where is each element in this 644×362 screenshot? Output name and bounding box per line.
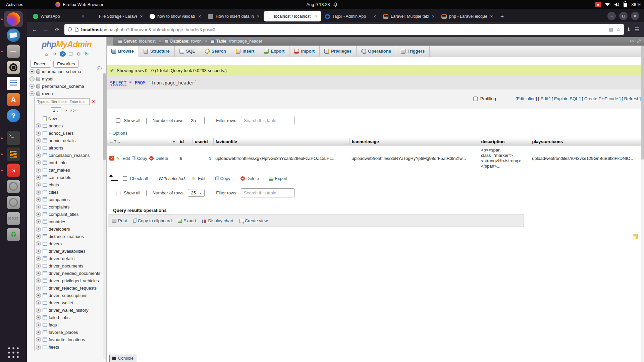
reload-button[interactable]: ⟳ bbox=[53, 26, 62, 33]
table-label[interactable]: adhocs bbox=[49, 123, 63, 128]
tree-table-row[interactable]: + airports bbox=[36, 144, 106, 152]
expand-plus-icon[interactable]: + bbox=[36, 271, 41, 276]
dock-item[interactable]: ♻ bbox=[4, 227, 23, 243]
home-icon[interactable]: ⌂ bbox=[44, 51, 50, 57]
db-label[interactable]: mysql bbox=[42, 76, 53, 81]
table-label[interactable]: driver_privileged_vehicles bbox=[49, 278, 99, 283]
expand-plus-icon[interactable]: + bbox=[36, 322, 41, 327]
expand-plus-icon[interactable]: + bbox=[36, 293, 41, 298]
pma-tab[interactable]: Triggers bbox=[396, 46, 430, 57]
query-tool-link[interactable]: Refresh bbox=[624, 96, 640, 101]
tree-table-row[interactable]: + cancellation_reasons bbox=[36, 152, 106, 159]
expand-plus-icon[interactable]: + bbox=[30, 84, 35, 89]
back-button[interactable]: ← bbox=[30, 26, 39, 33]
expand-plus-icon[interactable]: + bbox=[36, 345, 41, 350]
tree-table-row[interactable]: + fleets bbox=[36, 343, 106, 351]
tree-table-row[interactable]: + favourite_locations bbox=[36, 336, 106, 343]
table-label[interactable]: car_makes bbox=[49, 168, 70, 173]
expand-window-icon[interactable]: ⤢ bbox=[637, 39, 641, 44]
url-text[interactable]: localhost/pma/sql.php?db=rovon&table=fro… bbox=[81, 27, 606, 32]
new-table-label[interactable]: New bbox=[48, 116, 57, 121]
dock-item[interactable]: ? bbox=[4, 108, 23, 124]
expand-plus-icon[interactable]: + bbox=[36, 160, 41, 165]
tree-table-row[interactable]: + failed_jobs bbox=[36, 314, 106, 321]
browser-tab[interactable]: Laravel: Multiple table ✕ bbox=[380, 11, 438, 22]
query-tool-link[interactable]: Create PHP code bbox=[584, 96, 618, 101]
pma-tab[interactable]: Structure bbox=[139, 46, 175, 57]
table-label[interactable]: driver_availabilities bbox=[49, 249, 86, 254]
number-of-rows-select[interactable]: 25⌄ bbox=[188, 117, 205, 124]
check-all-link[interactable]: Check all bbox=[130, 176, 148, 181]
tree-db-row[interactable]: + information_schema bbox=[30, 68, 106, 75]
expand-plus-icon[interactable]: + bbox=[36, 234, 41, 239]
create-view-link[interactable]: Create view bbox=[239, 218, 268, 223]
pager-next[interactable]: > >> bbox=[65, 108, 76, 113]
sort-header-cell[interactable]: ←T→▼ bbox=[107, 138, 178, 145]
help-icon[interactable]: ? bbox=[60, 51, 66, 57]
breadcrumb-server[interactable]: Server: localhost bbox=[118, 39, 156, 44]
pma-tab[interactable]: Export bbox=[259, 46, 289, 57]
row-copy-link[interactable]: Copy bbox=[137, 156, 147, 161]
expand-plus-icon[interactable]: + bbox=[36, 204, 41, 209]
column-header[interactable]: bannerimage bbox=[350, 138, 479, 145]
tree-table-row[interactable]: + countries bbox=[36, 218, 106, 225]
bookmark-page-icon[interactable] bbox=[633, 234, 638, 239]
tree-table-row[interactable]: + card_info bbox=[36, 159, 106, 166]
db-label[interactable]: performance_schema bbox=[42, 84, 84, 89]
table-search-input[interactable] bbox=[241, 188, 294, 197]
selected-edit-action[interactable]: ✎Edit bbox=[192, 176, 205, 181]
expand-plus-icon[interactable]: + bbox=[36, 330, 41, 335]
tab-close-icon[interactable]: ✕ bbox=[489, 14, 494, 19]
pma-logo[interactable]: phpMyAdmin bbox=[27, 37, 106, 49]
dock-item[interactable]: SSD bbox=[4, 210, 23, 227]
table-label[interactable]: card_info bbox=[49, 160, 66, 165]
expand-plus-icon[interactable]: + bbox=[36, 300, 41, 305]
tree-table-row[interactable]: + complaint_titles bbox=[36, 210, 106, 218]
tab-close-icon[interactable]: ✕ bbox=[81, 14, 85, 19]
table-label[interactable]: faqs bbox=[49, 322, 57, 327]
expand-plus-icon[interactable]: + bbox=[36, 197, 41, 202]
browser-tab[interactable]: How to insert data in la ✕ bbox=[205, 11, 263, 22]
page-settings-gear-icon[interactable]: ⚙ bbox=[630, 39, 634, 44]
expand-plus-icon[interactable]: + bbox=[36, 190, 41, 195]
dock-item[interactable] bbox=[4, 43, 23, 59]
selected-export-action[interactable]: Export bbox=[269, 176, 287, 181]
close-button[interactable]: ✕ bbox=[631, 12, 639, 20]
system-tray[interactable]: ◆ 86 % bbox=[595, 2, 641, 7]
tree-table-row[interactable]: + chats bbox=[36, 181, 106, 188]
breadcrumb-database[interactable]: Database: rovon bbox=[165, 39, 202, 44]
tree-db-row[interactable]: + mysql bbox=[30, 75, 106, 82]
table-label[interactable]: favorite_places bbox=[49, 330, 78, 335]
sort-left-icon[interactable]: ← bbox=[109, 139, 114, 144]
browser-tab[interactable]: php - Laravel eloquent ✕ bbox=[439, 11, 496, 22]
nav-quick-button[interactable]: Favorites bbox=[53, 60, 78, 68]
menu-hamburger-icon[interactable]: ☰ bbox=[635, 26, 639, 33]
tree-table-row[interactable]: + companies bbox=[36, 196, 106, 203]
expand-plus-icon[interactable]: + bbox=[36, 263, 41, 268]
table-label[interactable]: fleets bbox=[49, 345, 59, 350]
pma-tab[interactable]: Insert bbox=[231, 46, 259, 57]
dock-item[interactable] bbox=[4, 59, 23, 75]
tree-table-row[interactable]: + faqs bbox=[36, 321, 106, 328]
expand-plus-icon[interactable]: + bbox=[30, 76, 35, 81]
column-header[interactable]: faviconfile bbox=[213, 138, 350, 145]
expand-plus-icon[interactable]: + bbox=[36, 131, 41, 136]
dock-item[interactable]: >_ bbox=[4, 130, 23, 146]
show-all-checkbox[interactable] bbox=[116, 191, 120, 195]
query-tool-link[interactable]: Edit inline bbox=[517, 96, 536, 101]
tree-table-row[interactable]: + driver_details bbox=[36, 255, 106, 262]
table-label[interactable]: favourite_locations bbox=[49, 337, 85, 342]
tab-close-icon[interactable]: ✕ bbox=[431, 14, 435, 19]
expand-plus-icon[interactable]: + bbox=[36, 241, 41, 246]
settings-gear-icon[interactable]: ⚙ bbox=[76, 51, 82, 57]
tree-table-row[interactable]: + favorite_places bbox=[36, 328, 106, 336]
dock-item[interactable] bbox=[4, 27, 23, 43]
tree-table-row[interactable]: + driver_documents bbox=[36, 262, 106, 269]
selected-delete-action[interactable]: −Delete bbox=[240, 176, 259, 181]
nav-quick-button[interactable]: Recent bbox=[30, 60, 51, 68]
dock-item[interactable] bbox=[4, 75, 23, 92]
tracking-shield-icon[interactable] bbox=[68, 27, 72, 32]
browser-tab[interactable]: File Storage - Laravel - ✕ bbox=[89, 11, 146, 22]
tab-close-icon[interactable]: ✕ bbox=[314, 14, 319, 18]
table-label[interactable]: adhoc_users bbox=[49, 131, 73, 136]
